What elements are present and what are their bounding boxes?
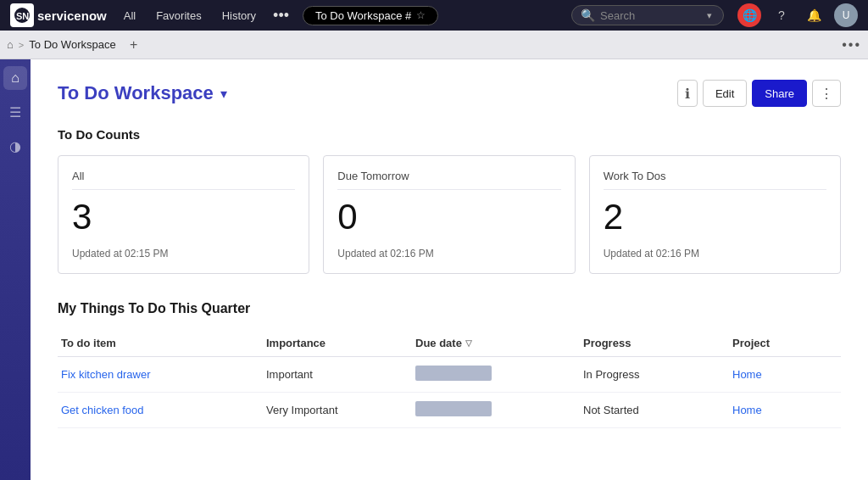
add-tab-button[interactable]: + — [125, 36, 143, 54]
info-button[interactable]: ℹ — [677, 80, 698, 107]
things-section: My Things To Do This Quarter To do item … — [58, 301, 841, 428]
sort-icon: ▽ — [465, 338, 472, 348]
todo-link-1[interactable]: Fix kitchen drawer — [61, 368, 150, 381]
sidebar-chart-icon[interactable]: ◑ — [3, 134, 27, 158]
active-tab-pill[interactable]: To Do Workspace # ☆ — [303, 6, 438, 25]
sidebar-home-icon[interactable]: ⌂ — [3, 66, 27, 90]
things-table: To do item Importance Due date ▽ Progres… — [58, 330, 841, 428]
col-header-todo: To do item — [58, 330, 263, 357]
svg-text:SN: SN — [16, 11, 29, 21]
project-1: Home — [729, 357, 841, 393]
count-card-all-updated: Updated at 02:15 PM — [72, 248, 295, 260]
breadcrumb-bar: ⌂ > To Do Workspace + ••• — [0, 31, 868, 59]
todo-item-2: Get chicken food — [58, 393, 263, 428]
page-header: To Do Workspace ▾ ℹ Edit Share ⋮ — [58, 80, 841, 107]
col-header-project: Project — [729, 330, 841, 357]
project-2: Home — [729, 393, 841, 428]
top-navigation: SN servicenow All Favorites History ••• … — [0, 0, 868, 31]
breadcrumb-home-icon[interactable]: ⌂ — [7, 38, 14, 51]
nav-icons: 🌐 ? 🔔 U — [737, 3, 858, 27]
things-section-title: My Things To Do This Quarter — [58, 301, 841, 316]
count-card-tomorrow-updated: Updated at 02:16 PM — [337, 248, 560, 260]
col-header-importance: Importance — [263, 330, 412, 357]
todo-link-2[interactable]: Get chicken food — [61, 404, 144, 416]
more-options-button[interactable]: ⋮ — [812, 80, 841, 107]
logo[interactable]: SN servicenow — [10, 3, 107, 27]
counts-section-title: To Do Counts — [58, 127, 841, 142]
page-title-area: To Do Workspace ▾ — [58, 82, 227, 104]
due-date-bar-1 — [415, 366, 492, 381]
edit-button[interactable]: Edit — [703, 80, 747, 107]
main-layout: ⌂ ☰ ◑ To Do Workspace ▾ ℹ Edit Share ⋮ T… — [0, 59, 868, 480]
table-row: Fix kitchen drawer Important In Progress… — [58, 357, 841, 393]
header-actions: ℹ Edit Share ⋮ — [677, 80, 841, 107]
nav-all[interactable]: All — [120, 8, 139, 24]
col-header-duedate[interactable]: Due date ▽ — [412, 330, 580, 357]
sidebar: ⌂ ☰ ◑ — [0, 59, 31, 480]
count-card-work-value: 2 — [604, 197, 826, 237]
importance-2: Very Important — [263, 393, 412, 428]
count-card-work-label: Work To Dos — [604, 170, 826, 190]
progress-1: In Progress — [580, 357, 729, 393]
importance-1: Important — [263, 357, 412, 393]
count-card-all-value: 3 — [72, 197, 295, 237]
count-card-work: Work To Dos 2 Updated at 02:16 PM — [589, 155, 841, 274]
nav-more-icon[interactable]: ••• — [273, 7, 289, 25]
breadcrumb-separator: > — [19, 40, 24, 50]
duedate-2 — [412, 393, 580, 428]
search-input[interactable] — [600, 9, 702, 22]
logo-icon: SN — [10, 3, 34, 27]
table-header-row: To do item Importance Due date ▽ Progres… — [58, 330, 841, 357]
project-link-2[interactable]: Home — [732, 404, 762, 416]
table-row: Get chicken food Very Important Not Star… — [58, 393, 841, 428]
title-chevron-icon[interactable]: ▾ — [220, 86, 227, 102]
logo-text: servicenow — [37, 8, 107, 23]
due-date-bar-2 — [415, 401, 492, 416]
breadcrumb-more-button[interactable]: ••• — [842, 37, 861, 53]
search-chevron-icon[interactable]: ▾ — [707, 10, 712, 21]
todo-item-1: Fix kitchen drawer — [58, 357, 263, 393]
count-card-all: All 3 Updated at 02:15 PM — [58, 155, 309, 274]
search-bar[interactable]: 🔍 ▾ — [571, 5, 724, 25]
page-title[interactable]: To Do Workspace — [58, 82, 214, 104]
main-content: To Do Workspace ▾ ℹ Edit Share ⋮ To Do C… — [31, 59, 868, 480]
share-button[interactable]: Share — [752, 80, 807, 107]
col-header-duedate-label: Due date — [415, 337, 462, 349]
globe-icon[interactable]: 🌐 — [737, 3, 761, 27]
nav-favorites[interactable]: Favorites — [153, 8, 204, 24]
bell-icon[interactable]: 🔔 — [802, 3, 826, 27]
breadcrumb-current: To Do Workspace — [29, 38, 115, 51]
avatar[interactable]: U — [834, 3, 858, 27]
nav-history[interactable]: History — [219, 8, 259, 24]
col-header-progress: Progress — [580, 330, 729, 357]
search-icon: 🔍 — [581, 8, 595, 22]
count-card-work-updated: Updated at 02:16 PM — [604, 248, 826, 260]
counts-grid: All 3 Updated at 02:15 PM Due Tomorrow 0… — [58, 155, 841, 274]
project-link-1[interactable]: Home — [732, 368, 762, 381]
progress-2: Not Started — [580, 393, 729, 428]
sidebar-menu-icon[interactable]: ☰ — [3, 100, 27, 124]
active-tab-label: To Do Workspace # — [315, 9, 411, 22]
duedate-1 — [412, 357, 580, 393]
count-card-tomorrow-value: 0 — [337, 197, 560, 237]
count-card-tomorrow: Due Tomorrow 0 Updated at 02:16 PM — [323, 155, 575, 274]
count-card-all-label: All — [72, 170, 295, 190]
star-icon[interactable]: ☆ — [416, 9, 426, 21]
help-icon[interactable]: ? — [770, 3, 793, 27]
count-card-tomorrow-label: Due Tomorrow — [337, 170, 560, 190]
